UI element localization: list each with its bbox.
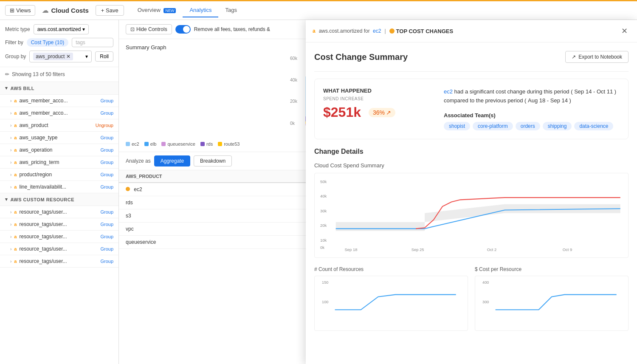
list-item[interactable]: › a aws_product Ungroup (0, 119, 118, 132)
views-label: Views (16, 7, 31, 14)
spend-amount: $251k (323, 104, 361, 120)
legend-item-queueservice: queueservice (161, 141, 195, 147)
rollup-button[interactable]: Roll (95, 51, 113, 62)
list-item[interactable]: › a resource_tags/user... Group (0, 255, 118, 268)
metric-select[interactable]: aws.cost.amortized ▾ (34, 24, 89, 34)
list-item[interactable]: › a aws_operation Group (0, 144, 118, 156)
svg-text:300: 300 (482, 300, 489, 304)
toggle-knob (183, 26, 190, 33)
views-button[interactable]: ⊞ Views (5, 5, 35, 16)
sub-charts: # Count of Resources 150 100 $ Cost per … (314, 266, 629, 331)
spend-chart-svg: 50k 40k 30k 20k 10k 0k (319, 178, 624, 253)
cloud-icon: ☁ (42, 7, 48, 14)
panel-close-button[interactable]: ✕ (618, 25, 630, 37)
close-icon[interactable]: ✕ (66, 54, 70, 59)
yellow-dot-icon (389, 28, 395, 34)
chevron-right-icon: › (10, 222, 11, 227)
cost-per-resource-title: $ Cost per Resource (475, 266, 629, 272)
panel-header-badge: TOP COST CHANGES (389, 28, 454, 34)
what-happened-title: WHAT HAPPENED (323, 87, 434, 94)
sidebar-controls: Metric type aws.cost.amortized ▾ Filter … (0, 20, 118, 67)
chevron-down-icon: ▾ (85, 54, 88, 59)
aws-icon: a (14, 147, 17, 152)
group-select[interactable]: aws_product ✕ ▾ (29, 51, 92, 62)
svg-text:400: 400 (482, 280, 489, 285)
aws-icon: a (14, 234, 17, 239)
group-chip: aws_product ✕ (33, 53, 73, 60)
eye-icon: ⊡ (130, 26, 135, 32)
aws-icon: a (14, 246, 17, 251)
analyze-label: Analyze as (126, 158, 151, 164)
spend-pct-badge: 36% ↗ (369, 108, 395, 117)
svg-text:60k: 60k (290, 56, 298, 61)
team-tag-data-science[interactable]: data-science (574, 122, 613, 130)
filter-chip[interactable]: Cost Type (10) (27, 38, 68, 47)
aws-icon: a (14, 160, 17, 165)
list-item[interactable]: › a resource_tags/user... Group (0, 231, 118, 243)
list-item[interactable]: › a product/region Group (0, 169, 118, 181)
what-happened-left: WHAT HAPPENED SPEND INCREASE $251k 36% ↗ (323, 87, 434, 130)
filter-group-aws-custom-header[interactable]: ▾ AWS CUSTOM RESOURCE (0, 193, 118, 206)
cost-chart-svg: 400 300 (479, 279, 625, 327)
remove-fees-toggle[interactable] (175, 25, 191, 34)
list-item[interactable]: › a aws_usage_type Group (0, 132, 118, 144)
panel-top-bar: Cost Change Summary ↗ Export to Notebook (314, 51, 629, 63)
filter-label: Filter by (5, 40, 23, 45)
svg-text:100: 100 (322, 300, 328, 304)
legend-item-rds: rds (200, 141, 213, 147)
filter-group-aws-bill: ▾ AWS BILL › a aws_member_acco... Group … (0, 82, 118, 193)
chevron-right-icon: › (10, 99, 11, 103)
aws-icon: a (14, 110, 17, 116)
panel-header: a aws.cost.amortized for ec2 | TOP COST … (306, 20, 637, 42)
aws-custom-items: › a resource_tags/user... Group › a reso… (0, 206, 118, 268)
team-tag-core-platform[interactable]: core-platform (473, 122, 513, 130)
legend-dot-route53 (218, 142, 222, 146)
divider (314, 71, 629, 72)
chevron-right-icon: › (10, 247, 11, 251)
list-item[interactable]: › a aws_member_acco... Group (0, 107, 118, 119)
spend-chart: 50k 40k 30k 20k 10k 0k (314, 173, 629, 258)
count-chart-area: 150 100 (314, 276, 468, 331)
aggregate-button[interactable]: Aggregate (154, 155, 190, 166)
team-tag-shopist[interactable]: shopist (444, 122, 470, 130)
svg-text:40k: 40k (320, 194, 327, 198)
aws-icon: a (14, 184, 17, 189)
team-tag-shipping[interactable]: shipping (543, 122, 572, 130)
yellow-accent-bar (0, 0, 637, 1)
panel-header-icon: a (313, 28, 316, 34)
panel-separator: | (384, 28, 386, 34)
showing-filters: ✏ Showing 13 of 50 filters (0, 67, 118, 82)
metric-label: Metric type (5, 26, 30, 32)
export-icon: ↗ (572, 54, 576, 60)
list-item[interactable]: › a line_item/availabilit... Group (0, 181, 118, 193)
chevron-right-icon: › (10, 172, 11, 177)
legend-dot-rds (200, 142, 205, 146)
legend-dot-queueservice (161, 142, 166, 146)
panel-body: Cost Change Summary ↗ Export to Notebook… (306, 42, 637, 364)
count-resources-chart: # Count of Resources 150 100 (314, 266, 468, 331)
tab-analytics[interactable]: Analytics (183, 3, 218, 17)
hide-controls-button[interactable]: ⊡ Hide Controls (126, 24, 172, 34)
chevron-right-icon: › (10, 259, 11, 264)
list-item[interactable]: › a resource_tags/user... Group (0, 243, 118, 255)
svg-text:150: 150 (322, 280, 328, 285)
filter-group-aws-bill-header[interactable]: ▾ AWS BILL (0, 82, 118, 95)
what-happened-card: WHAT HAPPENED SPEND INCREASE $251k 36% ↗… (314, 79, 629, 139)
associated-title: Associated Team(s) (444, 112, 620, 119)
tags-input[interactable]: tags (72, 38, 113, 47)
legend-item-route53: route53 (218, 141, 240, 147)
list-item[interactable]: › a resource_tags/user... Group (0, 218, 118, 231)
filter-group-aws-custom: ▾ AWS CUSTOM RESOURCE › a resource_tags/… (0, 193, 118, 268)
list-item[interactable]: › a aws_member_acco... Group (0, 95, 118, 107)
list-item[interactable]: › a aws_pricing_term Group (0, 156, 118, 169)
tab-overview[interactable]: Overview NEW (131, 3, 183, 17)
list-item[interactable]: › a resource_tags/user... Group (0, 206, 118, 218)
remove-fees-label: Remove all fees, taxes, refunds & (194, 26, 270, 32)
panel-title: Cost Change Summary (314, 52, 408, 62)
tab-tags[interactable]: Tags (218, 3, 243, 17)
export-button[interactable]: ↗ Export to Notebook (565, 51, 629, 63)
breakdown-button[interactable]: Breakdown (194, 155, 232, 166)
save-button[interactable]: + Save (96, 5, 124, 16)
aws-icon: a (14, 123, 17, 128)
team-tag-orders[interactable]: orders (516, 122, 540, 130)
